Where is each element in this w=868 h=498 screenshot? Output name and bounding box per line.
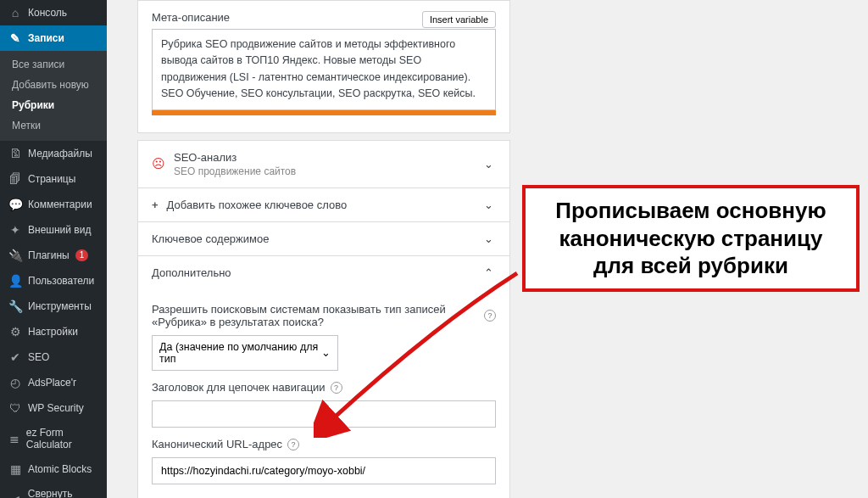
key-content-toggle[interactable]: Ключевое содержимое ⌄	[138, 222, 509, 255]
annotation-text: Прописываем основную каноническую страни…	[536, 197, 846, 280]
seo-analysis-title: SEO-анализ	[174, 151, 296, 164]
key-content-accordion: Ключевое содержимое ⌄	[137, 221, 510, 256]
sad-face-icon: ☹	[152, 156, 165, 171]
breadcrumb-title-label: Заголовок для цепочек навигации	[152, 381, 326, 394]
sidebar-sub-categories[interactable]: Рубрики	[0, 95, 107, 115]
chevron-down-icon: ⌄	[484, 232, 496, 245]
sidebar-item-pages[interactable]: 🗐 Страницы	[0, 166, 107, 192]
sidebar-item-label: Atomic Blocks	[28, 463, 92, 475]
sidebar-item-media[interactable]: 🖻 Медиафайлы	[0, 141, 107, 166]
sidebar-item-seo[interactable]: ✔ SEO	[0, 344, 107, 370]
sidebar-sub-all[interactable]: Все записи	[0, 54, 107, 75]
add-keyword-accordion: + Добавить похожее ключевое слово ⌄	[137, 187, 510, 222]
select-value: Да (значение по умолчанию для тип	[159, 341, 321, 365]
sidebar-item-label: Плагины	[28, 249, 70, 261]
add-keyword-toggle[interactable]: + Добавить похожее ключевое слово ⌄	[138, 188, 509, 221]
chevron-down-icon: ⌄	[484, 199, 496, 211]
blocks-icon: ▦	[8, 462, 22, 476]
update-badge: 1	[75, 249, 89, 261]
sidebar-item-label: Консоль	[28, 7, 67, 19]
dashboard-icon: ⌂	[8, 6, 22, 20]
sidebar-item-comments[interactable]: 💬 Комментарии	[0, 192, 107, 217]
seo-analysis-accordion: ☹ SEO-анализ SEO продвижение сайтов ⌄	[137, 140, 510, 188]
insert-variable-button[interactable]: Insert variable	[422, 11, 496, 28]
sidebar-item-label: Записи	[28, 32, 64, 44]
sidebar-item-label: Свернуть меню	[28, 488, 100, 498]
allow-indexing-select[interactable]: Да (значение по умолчанию для тип ⌄	[152, 335, 338, 371]
seo-analysis-toggle[interactable]: ☹ SEO-анализ SEO продвижение сайтов ⌄	[138, 141, 509, 187]
sidebar-item-label: WP Security	[28, 402, 84, 414]
pages-icon: 🗐	[8, 172, 22, 186]
meta-description-panel: Insert variable Мета-описание Рубрика SE…	[137, 0, 510, 133]
sidebar-item-wpsecurity[interactable]: 🛡 WP Security	[0, 395, 107, 421]
canonical-url-input[interactable]	[152, 457, 496, 484]
sidebar-item-plugins[interactable]: 🔌 Плагины 1	[0, 243, 107, 268]
sidebar-collapse[interactable]: ◀ Свернуть меню	[0, 482, 107, 498]
sidebar-item-label: Пользователи	[28, 275, 94, 287]
sidebar-item-label: Внешний вид	[28, 224, 91, 236]
advanced-accordion: Дополнительно ⌃ Разрешить поисковым сист…	[137, 255, 510, 499]
allow-indexing-label: Разрешить поисковым системам показывать …	[152, 303, 479, 328]
media-icon: 🖻	[8, 147, 22, 160]
comments-icon: 💬	[8, 198, 22, 211]
settings-icon: ⚙	[8, 325, 22, 339]
help-icon[interactable]	[287, 438, 299, 450]
sidebar-item-atomicblocks[interactable]: ▦ Atomic Blocks	[0, 456, 107, 482]
sidebar-item-console[interactable]: ⌂ Консоль	[0, 0, 107, 25]
sidebar-item-label: AdsPlace'r	[28, 377, 76, 389]
sidebar-submenu: Все записи Добавить новую Рубрики Метки	[0, 51, 107, 141]
seo-analysis-subtitle: SEO продвижение сайтов	[174, 165, 296, 177]
sidebar-item-posts[interactable]: ✎ Записи	[0, 25, 107, 51]
advanced-toggle[interactable]: Дополнительно ⌃	[138, 256, 509, 289]
plus-icon: +	[152, 199, 159, 211]
seo-icon: ✔	[8, 350, 22, 364]
sidebar-item-label: SEO	[28, 351, 49, 363]
canonical-url-label: Канонический URL-адрес	[152, 438, 282, 450]
collapse-icon: ◀	[8, 493, 22, 498]
annotation-callout: Прописываем основную каноническую страни…	[522, 185, 860, 292]
help-icon[interactable]	[484, 309, 496, 322]
sidebar-item-tools[interactable]: 🔧 Инструменты	[0, 294, 107, 319]
sidebar-item-settings[interactable]: ⚙ Настройки	[0, 319, 107, 344]
sidebar-item-appearance[interactable]: ✦ Внешний вид	[0, 217, 107, 243]
meta-description-textarea[interactable]: Рубрика SEO продвижение сайтов и методы …	[152, 29, 496, 110]
sidebar-item-label: Инструменты	[28, 300, 92, 312]
calculator-icon: ≣	[8, 432, 20, 445]
tools-icon: 🔧	[8, 299, 22, 313]
chevron-up-icon: ⌃	[484, 266, 496, 279]
sidebar-sub-tags[interactable]: Метки	[0, 115, 107, 136]
brush-icon: ✦	[8, 223, 22, 237]
chevron-down-icon: ⌄	[321, 346, 331, 359]
help-icon[interactable]	[331, 381, 342, 394]
admin-sidebar: ⌂ Консоль ✎ Записи Все записи Добавить н…	[0, 0, 107, 498]
chevron-down-icon: ⌄	[484, 158, 496, 171]
sidebar-item-label: Страницы	[28, 173, 75, 185]
sidebar-item-label: Комментарии	[28, 199, 92, 210]
shield-icon: 🛡	[8, 401, 22, 415]
advanced-body: Разрешить поисковым системам показывать …	[138, 289, 509, 498]
sidebar-item-label: ez Form Calculator	[26, 427, 100, 450]
sidebar-sub-add[interactable]: Добавить новую	[0, 75, 107, 95]
ads-icon: ◴	[8, 376, 22, 389]
sidebar-item-users[interactable]: 👤 Пользователи	[0, 268, 107, 294]
plugin-icon: 🔌	[8, 249, 22, 262]
meta-progress-bar	[152, 110, 496, 115]
users-icon: 👤	[8, 274, 22, 288]
add-keyword-title: Добавить похожее ключевое слово	[167, 199, 348, 211]
breadcrumb-title-input[interactable]	[152, 400, 496, 428]
sidebar-item-label: Медиафайлы	[28, 148, 92, 159]
sidebar-item-adsplacer[interactable]: ◴ AdsPlace'r	[0, 370, 107, 395]
advanced-title: Дополнительно	[152, 266, 231, 279]
sidebar-item-label: Настройки	[28, 326, 78, 338]
key-content-title: Ключевое содержимое	[152, 232, 269, 245]
pin-icon: ✎	[8, 31, 22, 45]
sidebar-item-ezform[interactable]: ≣ ez Form Calculator	[0, 421, 107, 456]
